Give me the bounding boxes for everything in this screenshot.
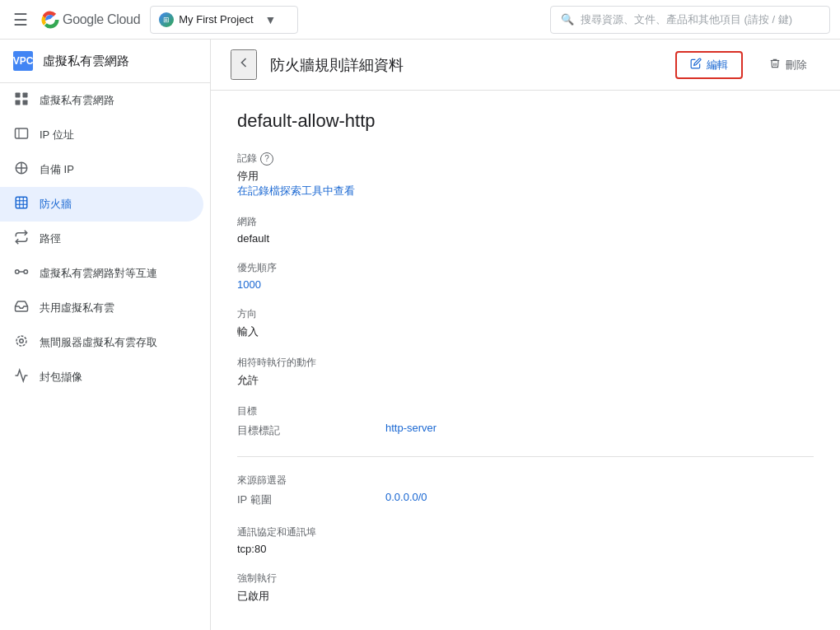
log-section: 記錄 ? 停用 在記錄檔探索工具中查看 — [237, 152, 814, 198]
enforcement-label: 強制執行 — [237, 572, 814, 586]
protocols-section: 通訊協定和通訊埠 tcp:80 — [237, 525, 814, 555]
search-bar[interactable]: 🔍 搜尋資源、文件、產品和其他項目 (請按 / 鍵) — [550, 6, 830, 34]
priority-label: 優先順序 — [237, 261, 814, 275]
delete-icon — [769, 58, 781, 72]
back-button[interactable] — [231, 49, 257, 80]
sidebar-item-managed-ip[interactable]: 自備 IP — [0, 152, 203, 187]
action-section: 相符時執行的動作 允許 — [237, 356, 814, 388]
topbar: ☰ Google Cloud ⊞ My First Project ▼ 🔍 搜尋… — [0, 0, 840, 40]
packet-icon — [13, 368, 30, 386]
targets-grid: 目標標記 http-server — [237, 422, 814, 440]
priority-value: 1000 — [237, 278, 814, 291]
network-value: default — [237, 232, 814, 245]
enforcement-value: 已啟用 — [237, 589, 814, 604]
sidebar-item-packet[interactable]: 封包擷像 — [0, 360, 203, 394]
svg-rect-3 — [23, 100, 28, 105]
action-value: 允許 — [237, 373, 814, 388]
svg-rect-9 — [16, 197, 27, 208]
direction-value: 輸入 — [237, 324, 814, 339]
svg-point-18 — [16, 336, 26, 346]
edit-button[interactable]: 編輯 — [675, 51, 743, 79]
svg-rect-2 — [16, 100, 21, 105]
svg-rect-1 — [23, 93, 28, 98]
protocols-label: 通訊協定和通訊埠 — [237, 525, 814, 539]
google-cloud-logo: Google Cloud — [41, 11, 140, 29]
sources-grid: IP 範圍 0.0.0.0/0 — [237, 491, 814, 509]
sidebar-label-vpc: 虛擬私有雲網路 — [40, 93, 114, 108]
project-icon: ⊞ — [159, 12, 174, 27]
svg-point-15 — [24, 270, 28, 274]
sources-label: 來源篩選器 — [237, 474, 814, 488]
shared-icon — [13, 299, 30, 317]
targets-label: 目標 — [237, 404, 814, 418]
sidebar-label-packet: 封包擷像 — [40, 370, 82, 385]
network-section: 網路 default — [237, 215, 814, 245]
enforcement-section: 強制執行 已啟用 — [237, 572, 814, 604]
action-label: 相符時執行的動作 — [237, 356, 814, 370]
network-label: 網路 — [237, 215, 814, 229]
sidebar-header-icon: VPC — [13, 51, 33, 71]
sidebar-label-routes: 路徑 — [40, 231, 61, 246]
sidebar-label-serverless: 無間服器虛擬私有雲存取 — [40, 335, 157, 350]
sidebar-label-peering: 虛擬私有雲網路對等互連 — [40, 266, 157, 281]
google-cloud-icon — [41, 11, 59, 29]
main-content: 防火牆規則詳細資料 編輯 — [211, 40, 840, 630]
edit-label: 編輯 — [707, 58, 728, 72]
target-tags-label: 目標標記 — [237, 422, 385, 440]
hamburger-menu[interactable]: ☰ — [10, 7, 31, 33]
sidebar-item-serverless[interactable]: 無間服器虛擬私有雲存取 — [0, 325, 203, 360]
target-tags-value: http-server — [385, 422, 814, 440]
sidebar-item-routes[interactable]: 路徑 — [0, 222, 203, 256]
managed-ip-icon — [13, 161, 30, 179]
edit-icon — [690, 58, 702, 72]
sidebar-label-managed-ip: 自備 IP — [40, 162, 74, 177]
serverless-icon — [13, 334, 30, 352]
sidebar-item-ip[interactable]: IP 位址 — [0, 118, 203, 152]
log-value: 停用 — [237, 169, 814, 184]
sidebar-item-shared[interactable]: 共用虛擬私有雲 — [0, 291, 203, 325]
page-title: 防火牆規則詳細資料 — [270, 55, 404, 75]
logo-label: Google Cloud — [63, 12, 140, 27]
detail-content: default-allow-http 記錄 ? 停用 在記錄檔探索工具中查看 網… — [211, 91, 840, 630]
ip-icon — [13, 126, 30, 144]
search-icon: 🔍 — [561, 13, 574, 26]
sidebar-item-firewall[interactable]: 防火牆 — [0, 187, 203, 222]
sidebar-header-title: 虛擬私有雲網路 — [43, 54, 129, 69]
log-label: 記錄 ? — [237, 152, 814, 166]
vpc-icon — [13, 91, 30, 110]
search-placeholder: 搜尋資源、文件、產品和其他項目 (請按 / 鍵) — [581, 12, 792, 27]
project-chevron-icon: ▼ — [265, 13, 277, 26]
sidebar-item-peering[interactable]: 虛擬私有雲網路對等互連 — [0, 256, 203, 291]
rule-name: default-allow-http — [237, 110, 814, 132]
log-help-icon[interactable]: ? — [260, 152, 273, 166]
svg-rect-0 — [16, 93, 21, 98]
peering-icon — [13, 264, 30, 282]
svg-rect-4 — [16, 128, 28, 138]
delete-button[interactable]: 刪除 — [756, 53, 820, 77]
content-header: 防火牆規則詳細資料 編輯 — [211, 40, 840, 91]
ip-ranges-value: 0.0.0.0/0 — [385, 491, 814, 509]
sidebar-label-ip: IP 位址 — [40, 128, 74, 142]
direction-label: 方向 — [237, 307, 814, 321]
firewall-icon — [13, 195, 30, 213]
main-layout: VPC 虛擬私有雲網路 虛擬私有雲網路 IP 位址 自備 IP 防火 — [0, 40, 840, 630]
routes-icon — [13, 230, 30, 248]
section-divider-1 — [237, 456, 814, 457]
sidebar-label-firewall: 防火牆 — [40, 197, 72, 212]
log-link[interactable]: 在記錄檔探索工具中查看 — [237, 184, 355, 197]
ip-ranges-label: IP 範圍 — [237, 491, 385, 509]
sidebar-label-shared: 共用虛擬私有雲 — [40, 301, 114, 315]
sidebar-item-vpc[interactable]: 虛擬私有雲網路 — [0, 83, 203, 118]
protocols-value: tcp:80 — [237, 543, 814, 555]
targets-section: 目標 目標標記 http-server — [237, 404, 814, 440]
svg-point-17 — [20, 339, 24, 343]
sources-section: 來源篩選器 IP 範圍 0.0.0.0/0 — [237, 474, 814, 509]
direction-section: 方向 輸入 — [237, 307, 814, 339]
sidebar: VPC 虛擬私有雲網路 虛擬私有雲網路 IP 位址 自備 IP 防火 — [0, 40, 211, 630]
project-selector[interactable]: ⊞ My First Project ▼ — [150, 6, 298, 34]
delete-label: 刪除 — [786, 58, 807, 72]
sidebar-header: VPC 虛擬私有雲網路 — [0, 40, 210, 83]
svg-point-14 — [16, 270, 20, 274]
priority-section: 優先順序 1000 — [237, 261, 814, 291]
project-name: My First Project — [179, 13, 253, 26]
